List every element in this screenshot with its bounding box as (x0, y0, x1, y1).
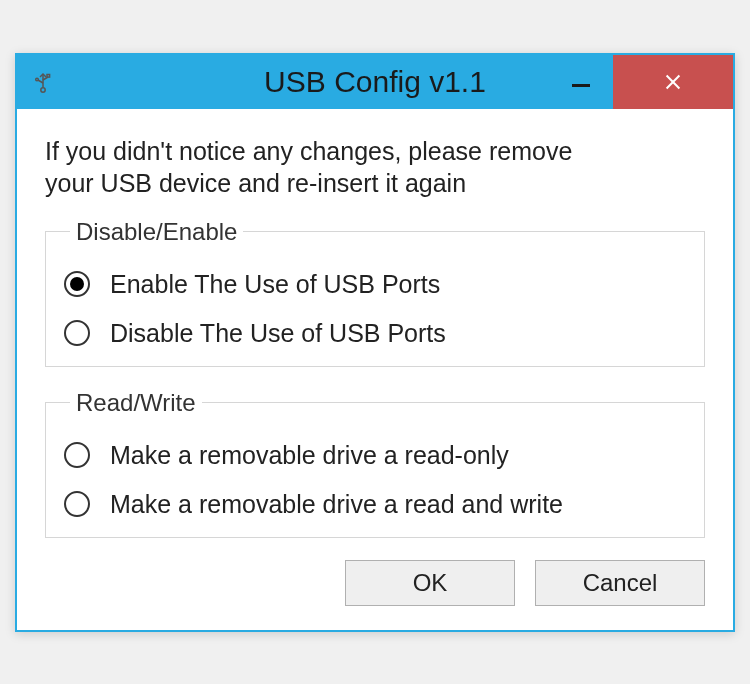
titlebar[interactable]: USB Config v1.1 (17, 55, 733, 109)
svg-rect-3 (47, 74, 50, 77)
group-read-write-legend: Read/Write (70, 389, 202, 417)
close-icon (662, 71, 684, 93)
window-controls (549, 55, 733, 109)
cancel-button[interactable]: Cancel (535, 560, 705, 606)
group-read-write: Read/Write Make a removable drive a read… (45, 389, 705, 538)
radio-label: Make a removable drive a read-only (110, 441, 509, 470)
ok-button[interactable]: OK (345, 560, 515, 606)
svg-point-0 (41, 87, 45, 91)
intro-line1: If you didn't notice any changes, please… (45, 137, 572, 165)
intro-text: If you didn't notice any changes, please… (45, 135, 705, 200)
dialog-content: If you didn't notice any changes, please… (17, 109, 733, 630)
svg-point-2 (36, 78, 39, 81)
radio-disable-usb[interactable]: Disable The Use of USB Ports (64, 319, 686, 348)
radio-icon (64, 320, 90, 346)
dialog-buttons: OK Cancel (45, 560, 705, 606)
radio-icon (64, 271, 90, 297)
radio-read-only[interactable]: Make a removable drive a read-only (64, 441, 686, 470)
radio-label: Enable The Use of USB Ports (110, 270, 440, 299)
dialog-window: USB Config v1.1 If you didn't notice any… (15, 53, 735, 632)
close-button[interactable] (613, 55, 733, 109)
radio-enable-usb[interactable]: Enable The Use of USB Ports (64, 270, 686, 299)
group-disable-enable: Disable/Enable Enable The Use of USB Por… (45, 218, 705, 367)
usb-icon (31, 70, 55, 94)
window-title: USB Config v1.1 (264, 65, 486, 99)
intro-line2: your USB device and re-insert it again (45, 169, 466, 197)
minimize-icon (572, 84, 590, 87)
group-disable-enable-legend: Disable/Enable (70, 218, 243, 246)
radio-read-write[interactable]: Make a removable drive a read and write (64, 490, 686, 519)
minimize-button[interactable] (549, 55, 613, 109)
radio-icon (64, 442, 90, 468)
radio-label: Disable The Use of USB Ports (110, 319, 446, 348)
radio-icon (64, 491, 90, 517)
radio-label: Make a removable drive a read and write (110, 490, 563, 519)
